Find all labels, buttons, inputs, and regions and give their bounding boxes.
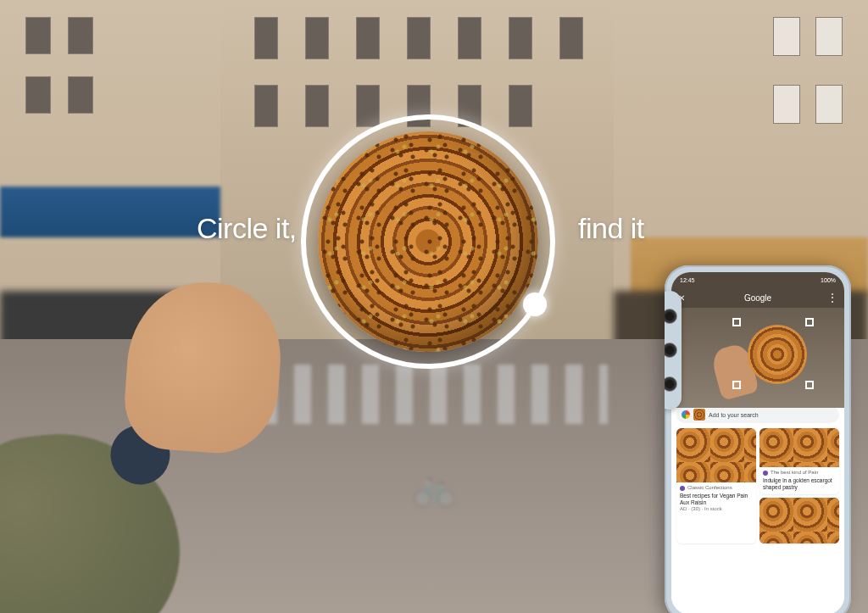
phone-camera-module bbox=[665, 291, 682, 410]
crosswalk bbox=[260, 365, 608, 424]
result-title: Indulge in a golden escargot shaped past… bbox=[763, 477, 836, 491]
result-source: The best kind of Pain bbox=[763, 470, 836, 476]
hand-holding-pastry bbox=[0, 239, 325, 613]
app-title: Google bbox=[744, 293, 771, 303]
result-grid: Classic Confections Best recipes for Veg… bbox=[676, 428, 839, 543]
hand bbox=[121, 277, 286, 457]
preview-pastry bbox=[748, 325, 807, 384]
favicon-icon bbox=[763, 471, 768, 476]
crop-corner-icon[interactable] bbox=[732, 381, 741, 389]
status-time: 12:45 bbox=[680, 277, 695, 283]
lens-preview bbox=[671, 308, 844, 408]
query-thumbnail bbox=[693, 409, 705, 421]
favicon-icon bbox=[680, 486, 685, 491]
circle-to-search-outline bbox=[301, 114, 555, 369]
google-logo-icon bbox=[682, 410, 690, 419]
result-card[interactable]: Classic Confections Best recipes for Veg… bbox=[676, 428, 756, 543]
result-source: Classic Confections bbox=[680, 485, 753, 491]
crop-corner-icon[interactable] bbox=[805, 318, 814, 326]
menu-icon[interactable]: ⋮ bbox=[827, 292, 837, 304]
tagline-left: Circle it, bbox=[197, 212, 297, 245]
status-battery: 100% bbox=[821, 277, 836, 283]
shop-awning-left bbox=[0, 187, 220, 237]
phone-mockup: 12:45 100% ✕ Google ⋮ Add to yo bbox=[665, 265, 851, 613]
result-title: Best recipes for Vegan Pain Aux Raisin bbox=[680, 493, 753, 506]
results-sheet[interactable]: Add to your search Classic Confections B… bbox=[671, 401, 844, 613]
result-image bbox=[760, 498, 839, 543]
status-bar: 12:45 100% bbox=[671, 272, 844, 287]
circle-handle-icon bbox=[523, 293, 547, 316]
result-card[interactable]: The best kind of Pain Indulge in a golde… bbox=[760, 428, 839, 494]
result-sub: AD · (30) · In stock bbox=[680, 506, 753, 512]
search-placeholder: Add to your search bbox=[709, 412, 759, 418]
ad-scene: 🚲 Circle it, find it 12:45 100% ✕ Google bbox=[0, 0, 868, 613]
search-header: ✕ Google ⋮ bbox=[671, 287, 844, 308]
tagline-right: find it bbox=[578, 212, 644, 245]
crop-corner-icon[interactable] bbox=[732, 318, 741, 326]
search-input[interactable]: Add to your search bbox=[676, 406, 839, 423]
camera-lens-icon bbox=[665, 309, 677, 324]
crop-corner-icon[interactable] bbox=[805, 381, 814, 389]
result-image bbox=[760, 428, 839, 467]
camera-lens-icon bbox=[665, 376, 677, 392]
camera-lens-icon bbox=[665, 343, 677, 358]
result-image bbox=[676, 428, 756, 482]
result-card[interactable] bbox=[760, 498, 839, 543]
phone-screen: 12:45 100% ✕ Google ⋮ Add to yo bbox=[671, 272, 844, 613]
circled-subject bbox=[301, 114, 555, 369]
bike-lane-icon: 🚲 bbox=[409, 466, 459, 517]
